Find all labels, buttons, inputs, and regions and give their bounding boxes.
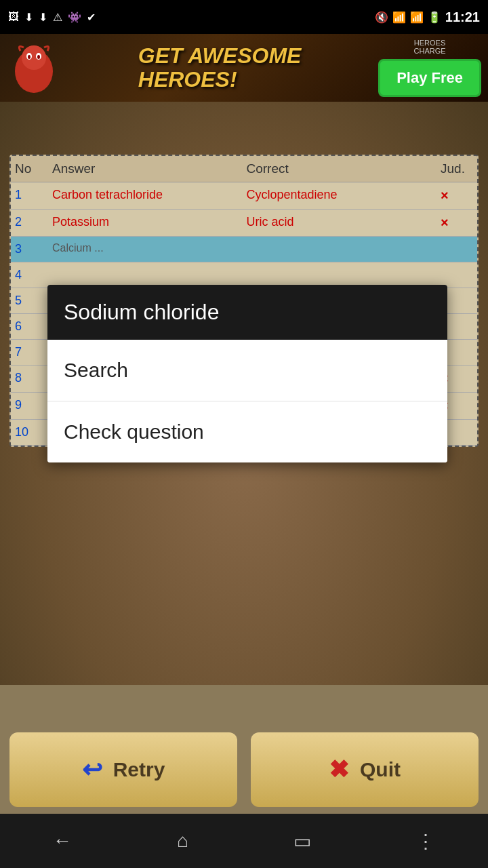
- cell-no: 1: [11, 182, 48, 209]
- back-icon[interactable]: ←: [53, 830, 72, 852]
- ad-banner: GET AWESOMEHEROES! HEROESCHARGE Play Fre…: [0, 34, 488, 102]
- context-menu[interactable]: Sodium chloride Search Check question: [47, 285, 447, 462]
- menu-icon[interactable]: ⋮: [416, 830, 435, 852]
- bottom-buttons: ↩ Retry ✖ Quit: [0, 726, 488, 814]
- clock: 11:21: [445, 9, 480, 25]
- cell-answer: Potassium: [48, 210, 243, 236]
- cell-correct: [243, 262, 437, 288]
- col-correct: Correct: [243, 156, 437, 182]
- ad-text: GET AWESOMEHEROES!: [138, 44, 302, 92]
- col-no: No: [11, 156, 48, 182]
- play-free-button[interactable]: Play Free: [378, 59, 481, 97]
- quit-icon: ✖: [329, 755, 349, 784]
- download-icon-2: ⬇: [39, 11, 47, 24]
- retry-button[interactable]: ↩ Retry: [9, 732, 237, 807]
- check-icon: ✔: [87, 11, 96, 24]
- cell-judgment: [436, 262, 477, 288]
- col-judgment: Jud.: [436, 156, 477, 182]
- cell-answer: Calcium ...: [48, 237, 243, 262]
- cell-correct: Cyclopentadiene: [243, 182, 437, 209]
- table-row[interactable]: 2 Potassium Uric acid ×: [11, 210, 477, 237]
- cell-no: 2: [11, 210, 48, 236]
- status-bar: 🖼 ⬇ ⬇ ⚠ 👾 ✔ 🔇 📶 📶 🔋 11:21: [0, 0, 488, 34]
- ad-logo: HEROESCHARGE: [414, 39, 446, 55]
- context-menu-title: Sodium chloride: [47, 285, 447, 340]
- wifi-icon: 📶: [392, 11, 406, 24]
- table-row[interactable]: 3 Calcium ...: [11, 237, 477, 262]
- cell-answer: Carbon tetrachloride: [48, 182, 243, 209]
- status-icons-right: 🔇 📶 📶 🔋 11:21: [375, 9, 480, 25]
- svg-point-1: [22, 45, 46, 70]
- cell-no: 10: [11, 420, 48, 445]
- context-menu-check-question[interactable]: Check question: [47, 401, 447, 462]
- cell-no: 9: [11, 393, 48, 419]
- quit-label: Quit: [360, 758, 401, 781]
- cell-no: 7: [11, 340, 48, 365]
- warning-icon: ⚠: [53, 11, 62, 24]
- cell-answer: [48, 262, 243, 288]
- cell-judgment: [436, 237, 477, 262]
- battery-icon: 🔋: [428, 11, 441, 24]
- cell-correct: Uric acid: [243, 210, 437, 236]
- table-row[interactable]: 1 Carbon tetrachloride Cyclopentadiene ×: [11, 182, 477, 210]
- retry-icon: ↩: [82, 755, 102, 784]
- cell-no: 3: [11, 237, 48, 262]
- cell-no: 6: [11, 314, 48, 339]
- cell-judgment: ×: [436, 210, 477, 236]
- game-icon: 👾: [68, 11, 81, 24]
- home-icon[interactable]: ⌂: [177, 830, 188, 852]
- svg-point-5: [37, 55, 40, 59]
- col-answer: Answer: [48, 156, 243, 182]
- cell-no: 4: [11, 262, 48, 288]
- download-icon-1: ⬇: [24, 11, 33, 24]
- context-menu-search[interactable]: Search: [47, 340, 447, 401]
- cell-no: 8: [11, 366, 48, 392]
- cell-judgment: ×: [436, 182, 477, 209]
- quit-button[interactable]: ✖ Quit: [251, 732, 479, 807]
- svg-point-4: [28, 55, 30, 59]
- status-icons-left: 🖼 ⬇ ⬇ ⚠ 👾 ✔: [8, 11, 96, 24]
- photo-icon: 🖼: [8, 11, 19, 23]
- cell-correct: [243, 237, 437, 262]
- nav-bar: ← ⌂ ▭ ⋮: [0, 814, 488, 868]
- signal-icon: 📶: [410, 11, 424, 24]
- retry-label: Retry: [113, 758, 165, 781]
- mute-icon: 🔇: [375, 11, 388, 24]
- table-header: No Answer Correct Jud.: [11, 156, 477, 182]
- recents-icon[interactable]: ▭: [293, 830, 311, 852]
- ad-character: [7, 37, 61, 98]
- cell-no: 5: [11, 288, 48, 313]
